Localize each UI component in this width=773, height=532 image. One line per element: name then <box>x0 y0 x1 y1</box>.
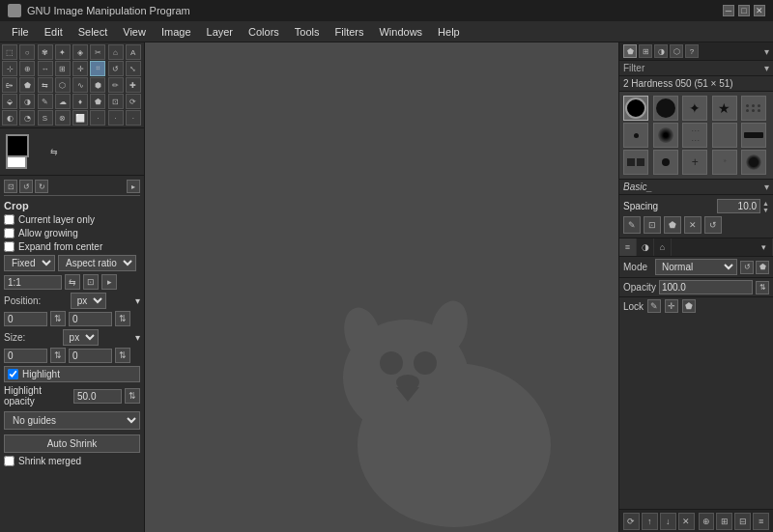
tool-opt-icon1[interactable]: ⊡ <box>4 180 17 193</box>
tool-cage[interactable]: ⬡ <box>55 77 71 93</box>
shrink-merged-checkbox[interactable] <box>4 456 14 466</box>
size-w-spin[interactable]: ⇅ <box>50 348 66 363</box>
canvas-area[interactable] <box>145 42 618 532</box>
tool-opt-icon2[interactable]: ↺ <box>19 180 33 193</box>
brush-cell-2[interactable] <box>653 96 678 121</box>
brush-cell-5[interactable] <box>741 96 766 121</box>
tool-flip[interactable]: ⇆ <box>38 77 53 93</box>
brush-panel-icon-gradients[interactable]: ◑ <box>654 44 668 58</box>
tool-ink[interactable]: ♦ <box>72 94 88 109</box>
highlight-opacity-spin[interactable]: ⇅ <box>125 388 140 404</box>
tool-3d-trans[interactable]: ⬢ <box>90 77 105 93</box>
menu-item-edit[interactable]: Edit <box>37 24 71 40</box>
tool-crop[interactable]: ⌗ <box>90 61 105 76</box>
tool-measure[interactable]: ↔ <box>38 61 53 76</box>
brush-cell-6[interactable] <box>623 123 648 148</box>
tool-perspective[interactable]: ⬟ <box>19 77 35 93</box>
highlight-checkbox[interactable] <box>8 369 18 379</box>
tool-clone[interactable]: ⊡ <box>108 94 124 109</box>
menu-item-windows[interactable]: Windows <box>371 24 430 40</box>
tool-rotate[interactable]: ↺ <box>108 61 124 76</box>
tool-ellipse-select[interactable]: ○ <box>19 44 35 60</box>
brush-cell-1[interactable] <box>623 96 648 121</box>
size-unit-select[interactable]: px <box>63 329 99 346</box>
spacing-up-arrow[interactable]: ▲ <box>762 200 769 207</box>
layers-tab-menu[interactable]: ▾ <box>756 238 773 256</box>
ratio-btn2[interactable]: ⊡ <box>83 274 99 290</box>
highlight-opacity-input[interactable] <box>73 389 122 404</box>
bottom-icon-delete[interactable]: ✕ <box>678 513 695 530</box>
position-unit-select[interactable]: px <box>71 293 106 309</box>
tool-warp[interactable]: ∿ <box>72 77 88 93</box>
size-h-spin[interactable]: ⇅ <box>115 348 130 363</box>
brush-panel-icon-help[interactable]: ? <box>685 44 699 58</box>
brush-action-edit[interactable]: ✎ <box>623 216 641 234</box>
tool-align[interactable]: ⊞ <box>55 61 71 76</box>
tool-text[interactable]: A <box>126 44 141 60</box>
pos-y-spin[interactable]: ⇅ <box>115 311 130 326</box>
bottom-icon-menu[interactable]: ≡ <box>753 513 769 530</box>
tool-scale[interactable]: ⤡ <box>126 61 141 76</box>
minimize-button[interactable]: ─ <box>723 5 734 16</box>
brush-action-delete[interactable]: ✕ <box>684 216 701 234</box>
tool-smudge[interactable]: ⟳ <box>126 94 141 109</box>
menu-item-layer[interactable]: Layer <box>199 24 242 40</box>
tool-free-select[interactable]: ✾ <box>38 44 53 60</box>
tool-extra1[interactable]: · <box>90 110 105 126</box>
tool-extra3[interactable]: · <box>126 110 141 126</box>
basic-menu-arrow[interactable]: ▾ <box>764 182 769 192</box>
menu-item-select[interactable]: Select <box>71 24 116 40</box>
aspect-ratio-select[interactable]: Aspect ratio <box>58 255 136 271</box>
size-h-input[interactable] <box>69 349 112 363</box>
brush-cell-7[interactable] <box>653 123 678 148</box>
brush-panel-icon-patterns[interactable]: ⊞ <box>639 44 652 58</box>
tool-colorpick[interactable]: ⊹ <box>2 61 17 76</box>
pos-x-spin[interactable]: ⇅ <box>50 311 66 326</box>
menu-item-colors[interactable]: Colors <box>241 24 287 40</box>
lock-pos-icon[interactable]: ✛ <box>665 299 678 313</box>
mode-icon-2[interactable]: ⬟ <box>756 261 769 274</box>
layers-tab-channels[interactable]: ◑ <box>637 238 654 256</box>
auto-shrink-button[interactable]: Auto Shrink <box>4 434 140 453</box>
tool-extra2[interactable]: · <box>108 110 124 126</box>
layers-tab-paths[interactable]: ⌂ <box>654 238 672 256</box>
menu-item-view[interactable]: View <box>115 24 154 40</box>
brush-cell-8[interactable]: · · ·· · · <box>682 123 707 148</box>
tool-blend[interactable]: ⊗ <box>55 110 71 126</box>
tool-eraser[interactable]: ⬜ <box>72 110 88 126</box>
bottom-icon-add[interactable]: ⊕ <box>699 513 715 530</box>
brush-cell-15[interactable] <box>741 150 766 175</box>
tool-opt-arrow[interactable]: ▸ <box>127 180 140 193</box>
filter-dropdown-arrow[interactable]: ▾ <box>764 63 769 73</box>
menu-item-filters[interactable]: Filters <box>328 24 372 40</box>
brush-action-copy[interactable]: ⊡ <box>644 216 661 234</box>
tool-paths[interactable]: ⌂ <box>108 44 124 60</box>
layers-tab-layers[interactable]: ≡ <box>619 238 637 256</box>
tool-script[interactable]: S <box>38 110 53 126</box>
lock-alpha-icon[interactable]: ⬟ <box>682 299 696 313</box>
expand-center-checkbox[interactable] <box>4 241 14 252</box>
tool-shear[interactable]: ⌲ <box>2 77 17 93</box>
brush-cell-10[interactable] <box>741 123 766 148</box>
menu-item-tools[interactable]: Tools <box>287 24 328 40</box>
brush-cell-3[interactable]: ✦ <box>682 96 707 121</box>
close-button[interactable]: ✕ <box>754 5 765 16</box>
brush-cell-14[interactable]: * <box>712 150 737 175</box>
tool-fuzzy-select[interactable]: ✦ <box>55 44 71 60</box>
window-controls[interactable]: ─ □ ✕ <box>723 5 765 16</box>
pos-x-input[interactable] <box>4 312 47 326</box>
tool-opt-icon3[interactable]: ↻ <box>35 180 48 193</box>
tool-gradient[interactable]: ◑ <box>19 94 35 109</box>
tool-mypaint[interactable]: ⬟ <box>90 94 105 109</box>
allow-growing-checkbox[interactable] <box>4 228 14 238</box>
menu-item-image[interactable]: Image <box>154 24 199 40</box>
spacing-down-arrow[interactable]: ▼ <box>762 207 769 213</box>
guides-select[interactable]: No guides <box>4 411 140 430</box>
bottom-icon-merge[interactable]: ⊟ <box>734 513 751 530</box>
size-w-input[interactable] <box>4 349 47 363</box>
ratio-btn3[interactable]: ▸ <box>101 274 117 290</box>
current-layer-checkbox[interactable] <box>4 214 14 225</box>
opacity-input[interactable] <box>659 280 753 294</box>
lock-paint-icon[interactable]: ✎ <box>647 299 661 313</box>
fixed-select[interactable]: Fixed <box>4 255 55 271</box>
